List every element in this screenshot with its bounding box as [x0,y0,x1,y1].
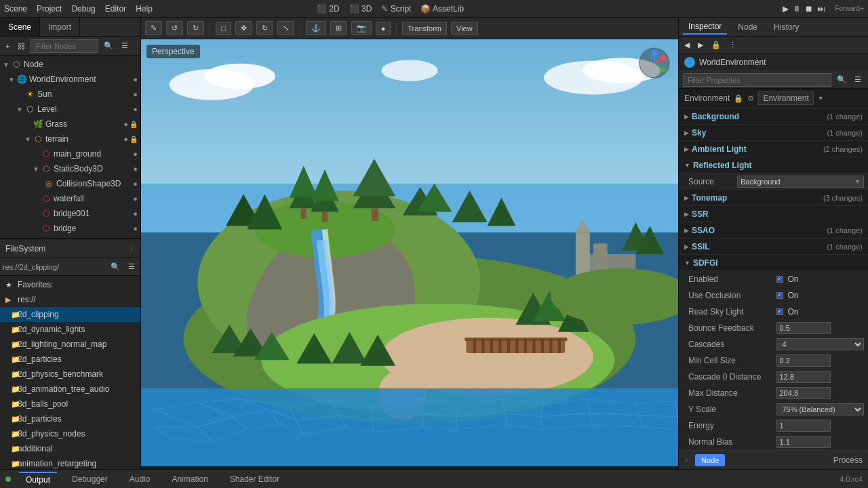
fs-favorites[interactable]: ★ Favorites: [0,277,140,292]
stop-button[interactable]: ⏹ [805,4,813,14]
status-shader-editor[interactable]: Shader Editor [223,472,286,486]
section-tonemap[interactable]: ▶ Tonemap (3 changes) [679,190,868,206]
input-maxdist[interactable] [776,387,831,399]
vp-btn-select[interactable]: □ [216,22,231,35]
vp-btn-snap[interactable]: ⊞ [330,21,347,35]
viewport-canvas[interactable]: Perspective X Y Z [141,39,678,469]
fs-2d-lighting[interactable]: 📁 2d_lighting_normal_map [0,337,140,352]
vp-btn-transform[interactable]: Transform [402,22,447,35]
status-debugger[interactable]: Debugger [65,472,115,486]
tree-item-collision1[interactable]: ◎ CollisionShape3D ● [0,176,140,191]
check-skylight[interactable]: ✓ [776,308,783,315]
tab-inspector[interactable]: Inspector [683,20,727,35]
menu-help[interactable]: Help [136,4,153,14]
eye-col1[interactable]: ● [133,180,138,188]
fs-3d-anim[interactable]: 📁 3d_animation_tree_audio [0,382,140,396]
fs-3d-physics[interactable]: 📁 3d_physics_nodes [0,426,140,441]
filter-search-button[interactable]: 🔍 [101,40,116,52]
pause-button[interactable]: ⏸ [793,4,801,14]
fs-2d-physics[interactable]: 📁 2d_physics_benchmark [0,367,140,382]
eye-mainground[interactable]: ● [133,150,138,158]
fs-options[interactable]: ⋮ [128,245,135,252]
inspector-menu-btn[interactable]: ⋮ [726,39,739,51]
inspector-lock-btn[interactable]: 🔒 [709,39,724,51]
status-animation[interactable]: Animation [165,472,214,486]
btn-node[interactable]: Node [695,454,725,466]
eye-sun[interactable]: ● [133,90,138,98]
eye-grass[interactable]: ● [123,120,128,128]
fs-2d-clipping[interactable]: 📁 2d_clipping [0,307,140,322]
menu-project[interactable]: Project [37,4,62,14]
tree-item-worldenv[interactable]: ▼ 🌐 WorldEnvironment ● [0,72,140,87]
check-enabled[interactable]: ✓ [776,276,783,283]
input-bounce[interactable] [776,322,831,334]
btn-script[interactable]: ✎ Script [381,4,411,14]
check-occlusion[interactable]: ✓ [776,292,783,299]
section-ssr[interactable]: ▶ SSR [679,206,868,222]
play-button[interactable]: ▶ [783,4,789,14]
fs-3d-balls[interactable]: 📁 3d_balls_pool [0,396,140,411]
btn-3d[interactable]: ⬛ 3D [349,4,372,14]
eye-bridge001[interactable]: ● [133,209,138,218]
viewport-perspective-label[interactable]: Perspective [146,45,200,58]
filter-props-search-btn[interactable]: 🔍 [834,74,849,85]
add-node-button[interactable]: + [3,41,12,52]
group-button[interactable]: ☰ [119,40,131,52]
env-type-dropdown[interactable]: Environment [758,92,813,105]
vp-btn-view[interactable]: View [451,22,478,35]
fs-2d-particles[interactable]: 📁 2d_particles [0,352,140,367]
input-cascadedist[interactable] [776,371,831,383]
section-ambient[interactable]: ▶ Ambient Light (2 changes) [679,141,868,157]
inspector-prev-btn[interactable]: ◀ [682,39,692,51]
tree-item-bridge[interactable]: ⬡ bridge ● [0,221,140,236]
vp-btn-camera[interactable]: 📷 [351,21,372,35]
vp-btn-redo[interactable]: ↻ [187,21,204,35]
fs-search-button[interactable]: 🔍 [108,261,123,272]
input-normalbias[interactable] [776,436,831,448]
vp-btn-anchor[interactable]: ⚓ [306,21,326,35]
step-button[interactable]: ⏭ [817,4,825,14]
section-sky[interactable]: ▶ Sky (1 change) [679,125,868,141]
tree-item-bridge001[interactable]: ⬡ bridge001 ● [0,206,140,221]
source-value-dropdown[interactable]: Background ▼ [737,176,864,188]
fs-2d-dynamic[interactable]: 📁 2d_dynamic_lights [0,322,140,337]
section-reflected[interactable]: ▼ Reflected Light [679,157,868,174]
filter-nodes-input[interactable] [31,39,98,53]
tree-item-waterfall[interactable]: ⬡ waterfall ● [0,191,140,206]
tab-node[interactable]: Node [732,20,763,34]
btn-assetlib[interactable]: 📦 AssetLib [420,4,464,14]
input-energy[interactable] [776,420,831,432]
tree-item-mainground[interactable]: ⬡ main_ground ● [0,146,140,161]
tab-scene[interactable]: Scene [0,18,40,36]
fs-anim-retarget[interactable]: 📁 animation_retargeting [0,456,140,469]
dropdown-yscale[interactable]: 75% (Balanced)50%100% [776,403,865,415]
eye-waterfall[interactable]: ● [133,195,138,203]
inspector-next-btn[interactable]: ▶ [695,39,706,51]
eye-static1[interactable]: ● [133,165,138,173]
vp-btn-rotate[interactable]: ↻ [256,21,273,35]
eye-bridge[interactable]: ● [133,224,138,232]
tree-item-level[interactable]: ▼ ⬡ Level ● [0,102,140,117]
vp-btn-scale[interactable]: ⤡ [277,21,294,35]
section-sdfgi[interactable]: ▼ SDFGI [679,255,868,271]
orientation-gizmo[interactable]: X Y Z [637,46,671,80]
fs-res[interactable]: ▶ res:// [0,292,140,307]
tree-item-staticbody2[interactable]: ▼ ⬡ StaticBody3D ● [0,236,140,238]
vp-btn-record[interactable]: ● [376,22,391,35]
filter-properties-input[interactable] [683,73,831,87]
fs-3d-particles[interactable]: 📁 3d_particles [0,411,140,426]
menu-debug[interactable]: Debug [71,4,95,14]
input-mincell[interactable] [776,354,831,367]
fs-options-button[interactable]: ☰ [125,261,138,272]
btn-2d[interactable]: ⬛ 2D [317,4,340,14]
section-ssao[interactable]: ▶ SSAO (1 change) [679,222,868,239]
section-background[interactable]: ▶ Background (1 change) [679,108,868,125]
eye-worldenv[interactable]: ● [133,75,138,83]
filter-props-opts-btn[interactable]: ☰ [852,74,864,85]
status-output[interactable]: Output [19,472,57,487]
menu-editor[interactable]: Editor [105,4,126,14]
eye-terrain[interactable]: ● [123,135,128,143]
eye-level[interactable]: ● [133,105,138,113]
dropdown-cascades[interactable]: 468 [776,338,865,350]
tree-item-terrain[interactable]: ▼ ⬡ terrain ● 🔒 [0,131,140,146]
